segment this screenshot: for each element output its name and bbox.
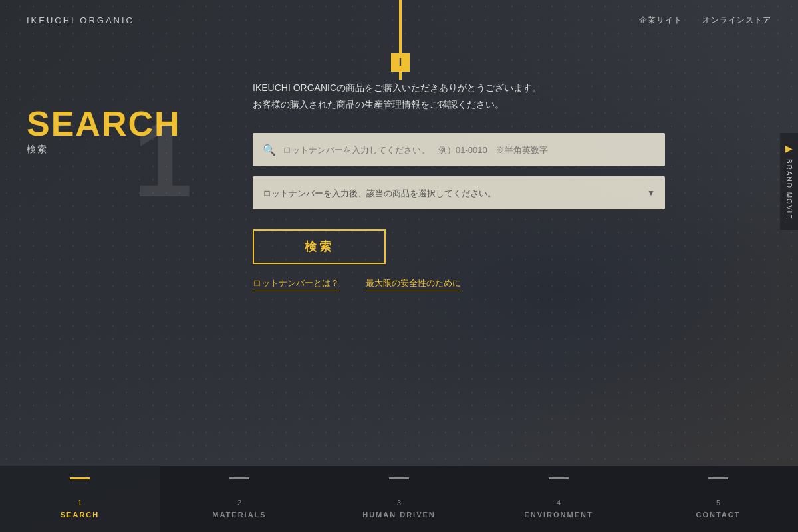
- nav-item-human-driven[interactable]: 3 HUMAN DRIVEN: [319, 466, 479, 532]
- nav-number-1: 1: [78, 499, 82, 507]
- nav-label-environment: ENVIRONMENT: [524, 511, 593, 519]
- intro-line1: IKEUCHI ORGANICの商品をご購入いただきありがとうございます。: [253, 80, 771, 96]
- nav-item-materials[interactable]: 2 MATERIALS: [160, 466, 319, 532]
- nav-number-5: 5: [716, 499, 720, 507]
- nav-number-4: 4: [557, 499, 561, 507]
- logo: IKEUCHI ORGANIC: [27, 15, 134, 25]
- nav-online-store[interactable]: オンラインストア: [702, 15, 771, 26]
- lot-number-info-link[interactable]: ロットナンバーとは？: [253, 277, 339, 291]
- brand-movie-sidebar[interactable]: ▶ BRAND MOVIE: [780, 133, 798, 230]
- search-label-jp: 検索: [27, 144, 213, 156]
- nav-indicator-2: [229, 477, 249, 479]
- nav-label-human-driven: HUMAN DRIVEN: [362, 511, 436, 519]
- center-content: IKEUCHI ORGANICの商品をご購入いただきありがとうございます。 お客…: [213, 53, 771, 291]
- search-button[interactable]: 検索: [253, 229, 386, 264]
- header-nav: 企業サイト オンラインストア: [639, 15, 771, 26]
- nav-number-3: 3: [397, 499, 401, 507]
- nav-indicator-5: [708, 477, 728, 479]
- safety-info-link[interactable]: 最大限の安全性のために: [366, 277, 461, 291]
- nav-item-search[interactable]: 1 SEARCH: [0, 466, 160, 532]
- play-icon: ▶: [785, 143, 793, 154]
- main-content: 1 SEARCH 検索 IKEUCHI ORGANICの商品をご購入いただきあり…: [0, 53, 798, 291]
- search-box-wrapper: 🔍: [253, 133, 771, 166]
- lot-number-input[interactable]: [253, 133, 665, 166]
- brand-movie-label: BRAND MOVIE: [785, 159, 793, 220]
- nav-indicator-1: [70, 477, 90, 479]
- intro-line2: お客様の購入された商品の生産管理情報をご確認ください。: [253, 96, 771, 113]
- dropdown-wrapper: ロットナンバーを入力後、該当の商品を選択してください。 ▼: [253, 176, 665, 209]
- bottom-nav: 1 SEARCH 2 MATERIALS 3 HUMAN DRIVEN 4 EN…: [0, 466, 798, 532]
- nav-indicator-4: [549, 477, 569, 479]
- header: IKEUCHI ORGANIC 企業サイト オンラインストア: [0, 0, 798, 40]
- search-button-wrapper: 検索: [253, 229, 771, 264]
- product-select[interactable]: ロットナンバーを入力後、該当の商品を選択してください。: [253, 176, 665, 209]
- left-panel: 1 SEARCH 検索: [27, 53, 213, 291]
- nav-label-contact: CONTACT: [696, 511, 741, 519]
- intro-text: IKEUCHI ORGANICの商品をご購入いただきありがとうございます。 お客…: [253, 80, 771, 113]
- nav-number-2: 2: [237, 499, 241, 507]
- nav-label-search: SEARCH: [61, 511, 99, 519]
- search-icon: 🔍: [263, 144, 276, 156]
- info-links: ロットナンバーとは？ 最大限の安全性のために: [253, 277, 771, 291]
- nav-label-materials: MATERIALS: [212, 511, 266, 519]
- nav-item-contact[interactable]: 5 CONTACT: [638, 466, 798, 532]
- nav-corporate-site[interactable]: 企業サイト: [639, 15, 682, 26]
- nav-item-environment[interactable]: 4 ENVIRONMENT: [479, 466, 638, 532]
- search-label-en: SEARCH: [27, 106, 213, 141]
- nav-indicator-3: [389, 477, 409, 479]
